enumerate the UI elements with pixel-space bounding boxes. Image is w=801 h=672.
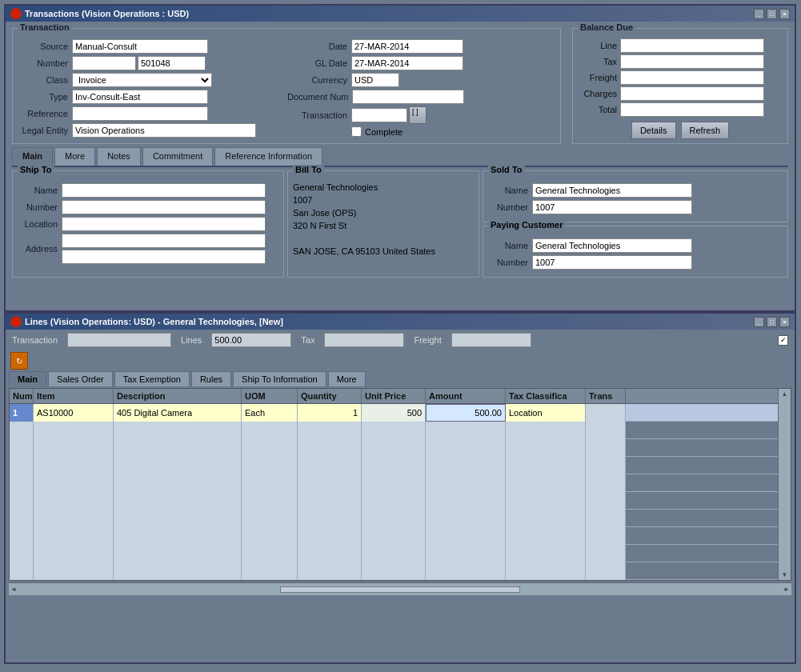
reference-input[interactable] [72,106,208,121]
freight-total-input[interactable] [451,333,531,347]
lines-minimize-btn[interactable]: _ [754,317,764,327]
ship-address-input2[interactable] [62,250,266,264]
table-row[interactable]: 1 AS10000 405 Digital Camera Each 1 500 … [10,404,791,422]
paying-name-row: Name [488,238,783,253]
paying-number-input[interactable] [532,255,692,270]
number-right-input[interactable] [138,56,206,70]
cell-tax-class-1[interactable]: Location [506,404,586,422]
ship-address-input1[interactable] [62,234,266,248]
cell-empty [506,439,586,457]
ship-name-input[interactable] [62,183,266,198]
number-input[interactable] [72,56,136,70]
line-balance-input[interactable] [620,38,764,53]
horizontal-scrollbar[interactable]: ◄ ► [9,582,791,595]
lines-tab-sales-order[interactable]: Sales Order [48,371,113,386]
trans-bracket-btn[interactable]: [ ] [409,106,427,124]
cell-uom-1[interactable]: Each [242,404,298,422]
cell-unit-price-1[interactable]: 500 [362,404,426,422]
currency-input[interactable] [351,73,399,87]
cell-empty [426,422,506,439]
sold-number-label: Number [488,202,532,212]
tab-reference-info[interactable]: Reference Information [214,147,322,166]
cell-description-1[interactable]: 405 Digital Camera [114,404,242,422]
paying-name-input[interactable] [532,238,692,253]
transaction-total-input[interactable] [67,333,171,347]
ship-location-input[interactable] [62,217,266,231]
source-label: Source [16,42,72,51]
col-tax-class: Tax Classifica [506,389,586,403]
transaction-total-label: Transaction [12,335,58,345]
ship-number-input[interactable] [62,200,266,214]
minimize-btn[interactable]: _ [754,9,764,19]
ship-location-row: Location [18,217,278,231]
cell-empty [362,439,426,457]
cell-item-1[interactable]: AS10000 [34,404,114,422]
vertical-scrollbar[interactable]: ▲ ▼ [778,389,791,580]
sold-name-input[interactable] [532,183,692,198]
transaction-section-label: Transaction [18,22,72,32]
charges-balance-input[interactable] [620,86,764,101]
lines-tab-tax-exemption[interactable]: Tax Exemption [114,371,190,386]
cell-empty [114,422,242,439]
sold-number-input[interactable] [532,200,692,214]
ship-to-section: Ship To Name Number Location Address [12,170,284,278]
lines-tab-more[interactable]: More [328,371,366,386]
lines-close-btn[interactable]: × [779,317,790,327]
date-input[interactable] [351,39,463,54]
docnum-input[interactable] [352,90,464,104]
ship-address-row: Address [18,234,278,264]
total-balance-row: Total [576,102,784,117]
bill-line5 [293,232,474,245]
tab-notes[interactable]: Notes [97,147,141,166]
bill-line4: 320 N First St [293,219,474,232]
cell-empty [114,439,242,457]
table-row [10,492,791,510]
details-button[interactable]: Details [631,122,676,139]
cell-amount-1[interactable]: 500.00 [426,404,506,422]
main-window-controls: _ □ × [754,9,790,19]
lines-checkbox[interactable]: ✓ [778,335,788,346]
freight-balance-input[interactable] [620,70,764,85]
toolbar-row: ↻ [6,350,795,371]
class-row: Class Invoice [16,73,286,87]
source-input[interactable] [72,39,208,54]
legal-entity-input[interactable] [72,123,256,138]
tab-commitment[interactable]: Commitment [142,147,213,166]
trans-label: Transaction [287,110,351,120]
tax-balance-label: Tax [576,57,620,66]
tab-main[interactable]: Main [12,147,53,166]
maximize-btn[interactable]: □ [767,9,777,19]
tax-total-input[interactable] [324,333,404,347]
bill-to-section: Bill To General Technologies 1007 San Jo… [287,170,479,278]
ship-number-label: Number [18,202,62,212]
complete-checkbox[interactable] [351,126,362,137]
sold-to-section: Sold To Name Number [483,170,788,222]
col-uom: UOM [242,389,298,403]
refresh-icon[interactable]: ↻ [10,352,28,370]
close-btn[interactable]: × [779,9,790,19]
refresh-button[interactable]: Refresh [681,122,730,139]
lines-tab-main[interactable]: Main [9,371,46,386]
type-input[interactable] [72,90,208,104]
class-select[interactable]: Invoice [72,73,212,87]
tax-balance-input[interactable] [620,54,764,69]
cell-quantity-1[interactable]: 1 [298,404,362,422]
freight-balance-row: Freight [576,70,784,85]
grid-header: Num Item Description UOM Quantity Unit P… [10,389,791,404]
table-row [10,562,791,580]
lines-total-input[interactable] [211,333,291,347]
lines-maximize-btn[interactable]: □ [767,317,777,327]
main-title-bar: Transactions (Vision Operations : USD) _… [6,6,795,22]
lines-tab-rules[interactable]: Rules [191,371,231,386]
trans-input[interactable] [351,108,407,122]
tab-more[interactable]: More [54,147,95,166]
total-balance-input[interactable] [620,102,764,117]
lines-tab-ship-to[interactable]: Ship To Information [233,371,326,386]
cell-trans-1[interactable] [586,404,626,422]
cell-empty [298,422,362,439]
bill-line3: San Jose (OPS) [293,206,474,219]
gldate-input[interactable] [351,56,463,70]
balance-section: Balance Due Line Tax Freight Charges [572,28,788,144]
legal-entity-row: Legal Entity [16,123,286,138]
cell-empty [426,439,506,457]
